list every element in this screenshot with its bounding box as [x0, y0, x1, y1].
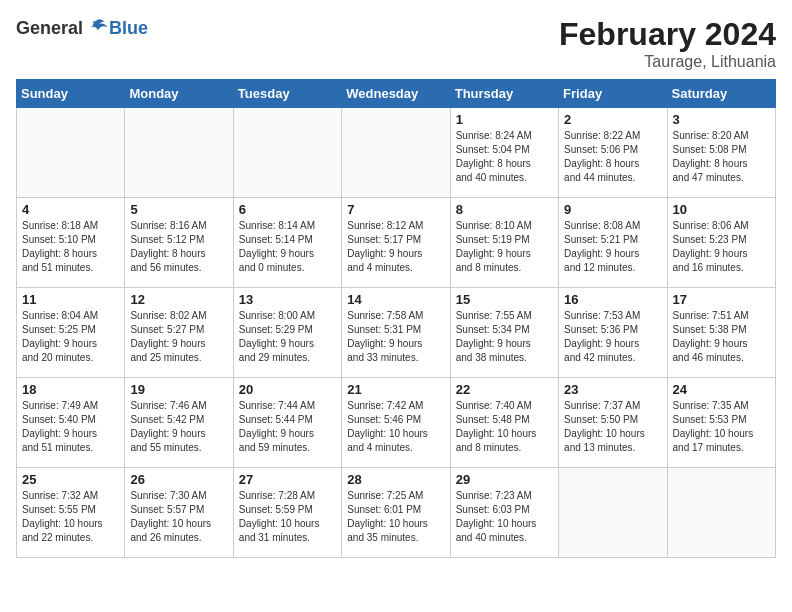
calendar-week-1: 1Sunrise: 8:24 AM Sunset: 5:04 PM Daylig… — [17, 108, 776, 198]
day-number: 9 — [564, 202, 661, 217]
calendar-cell: 27Sunrise: 7:28 AM Sunset: 5:59 PM Dayli… — [233, 468, 341, 558]
day-number: 8 — [456, 202, 553, 217]
calendar-cell: 3Sunrise: 8:20 AM Sunset: 5:08 PM Daylig… — [667, 108, 775, 198]
day-info: Sunrise: 7:32 AM Sunset: 5:55 PM Dayligh… — [22, 489, 119, 545]
day-number: 14 — [347, 292, 444, 307]
day-number: 15 — [456, 292, 553, 307]
day-info: Sunrise: 7:44 AM Sunset: 5:44 PM Dayligh… — [239, 399, 336, 455]
calendar-cell: 8Sunrise: 8:10 AM Sunset: 5:19 PM Daylig… — [450, 198, 558, 288]
calendar-cell: 17Sunrise: 7:51 AM Sunset: 5:38 PM Dayli… — [667, 288, 775, 378]
day-number: 25 — [22, 472, 119, 487]
calendar-week-5: 25Sunrise: 7:32 AM Sunset: 5:55 PM Dayli… — [17, 468, 776, 558]
day-number: 6 — [239, 202, 336, 217]
day-info: Sunrise: 8:12 AM Sunset: 5:17 PM Dayligh… — [347, 219, 444, 275]
day-info: Sunrise: 8:20 AM Sunset: 5:08 PM Dayligh… — [673, 129, 770, 185]
calendar-cell: 6Sunrise: 8:14 AM Sunset: 5:14 PM Daylig… — [233, 198, 341, 288]
logo: General Blue — [16, 16, 148, 40]
weekday-header-wednesday: Wednesday — [342, 80, 450, 108]
calendar-week-3: 11Sunrise: 8:04 AM Sunset: 5:25 PM Dayli… — [17, 288, 776, 378]
calendar-cell — [342, 108, 450, 198]
day-info: Sunrise: 8:00 AM Sunset: 5:29 PM Dayligh… — [239, 309, 336, 365]
month-title: February 2024 — [559, 16, 776, 53]
day-number: 24 — [673, 382, 770, 397]
calendar-cell: 20Sunrise: 7:44 AM Sunset: 5:44 PM Dayli… — [233, 378, 341, 468]
day-number: 20 — [239, 382, 336, 397]
title-block: February 2024 Taurage, Lithuania — [559, 16, 776, 71]
calendar-cell — [233, 108, 341, 198]
day-info: Sunrise: 8:04 AM Sunset: 5:25 PM Dayligh… — [22, 309, 119, 365]
page-header: General Blue February 2024 Taurage, Lith… — [16, 16, 776, 71]
calendar-cell — [559, 468, 667, 558]
day-info: Sunrise: 8:24 AM Sunset: 5:04 PM Dayligh… — [456, 129, 553, 185]
day-info: Sunrise: 7:28 AM Sunset: 5:59 PM Dayligh… — [239, 489, 336, 545]
day-number: 23 — [564, 382, 661, 397]
day-number: 29 — [456, 472, 553, 487]
calendar-table: SundayMondayTuesdayWednesdayThursdayFrid… — [16, 79, 776, 558]
day-info: Sunrise: 7:58 AM Sunset: 5:31 PM Dayligh… — [347, 309, 444, 365]
day-info: Sunrise: 8:16 AM Sunset: 5:12 PM Dayligh… — [130, 219, 227, 275]
day-info: Sunrise: 7:42 AM Sunset: 5:46 PM Dayligh… — [347, 399, 444, 455]
day-number: 19 — [130, 382, 227, 397]
logo-general-text: General — [16, 18, 83, 39]
day-number: 12 — [130, 292, 227, 307]
day-info: Sunrise: 7:55 AM Sunset: 5:34 PM Dayligh… — [456, 309, 553, 365]
calendar-cell: 21Sunrise: 7:42 AM Sunset: 5:46 PM Dayli… — [342, 378, 450, 468]
weekday-header-sunday: Sunday — [17, 80, 125, 108]
calendar-cell: 12Sunrise: 8:02 AM Sunset: 5:27 PM Dayli… — [125, 288, 233, 378]
calendar-cell: 23Sunrise: 7:37 AM Sunset: 5:50 PM Dayli… — [559, 378, 667, 468]
calendar-cell: 10Sunrise: 8:06 AM Sunset: 5:23 PM Dayli… — [667, 198, 775, 288]
day-info: Sunrise: 7:30 AM Sunset: 5:57 PM Dayligh… — [130, 489, 227, 545]
logo-blue-text: Blue — [109, 18, 148, 39]
weekday-header-tuesday: Tuesday — [233, 80, 341, 108]
day-info: Sunrise: 8:06 AM Sunset: 5:23 PM Dayligh… — [673, 219, 770, 275]
calendar-cell: 7Sunrise: 8:12 AM Sunset: 5:17 PM Daylig… — [342, 198, 450, 288]
day-number: 3 — [673, 112, 770, 127]
calendar-cell: 19Sunrise: 7:46 AM Sunset: 5:42 PM Dayli… — [125, 378, 233, 468]
calendar-cell: 13Sunrise: 8:00 AM Sunset: 5:29 PM Dayli… — [233, 288, 341, 378]
day-info: Sunrise: 8:08 AM Sunset: 5:21 PM Dayligh… — [564, 219, 661, 275]
day-info: Sunrise: 7:49 AM Sunset: 5:40 PM Dayligh… — [22, 399, 119, 455]
day-number: 26 — [130, 472, 227, 487]
day-info: Sunrise: 7:46 AM Sunset: 5:42 PM Dayligh… — [130, 399, 227, 455]
day-number: 7 — [347, 202, 444, 217]
day-info: Sunrise: 8:10 AM Sunset: 5:19 PM Dayligh… — [456, 219, 553, 275]
day-number: 11 — [22, 292, 119, 307]
day-number: 28 — [347, 472, 444, 487]
calendar-cell: 18Sunrise: 7:49 AM Sunset: 5:40 PM Dayli… — [17, 378, 125, 468]
calendar-cell: 28Sunrise: 7:25 AM Sunset: 6:01 PM Dayli… — [342, 468, 450, 558]
calendar-week-4: 18Sunrise: 7:49 AM Sunset: 5:40 PM Dayli… — [17, 378, 776, 468]
calendar-cell: 14Sunrise: 7:58 AM Sunset: 5:31 PM Dayli… — [342, 288, 450, 378]
calendar-cell: 26Sunrise: 7:30 AM Sunset: 5:57 PM Dayli… — [125, 468, 233, 558]
calendar-cell — [667, 468, 775, 558]
calendar-cell: 25Sunrise: 7:32 AM Sunset: 5:55 PM Dayli… — [17, 468, 125, 558]
day-number: 18 — [22, 382, 119, 397]
day-info: Sunrise: 8:18 AM Sunset: 5:10 PM Dayligh… — [22, 219, 119, 275]
calendar-cell: 11Sunrise: 8:04 AM Sunset: 5:25 PM Dayli… — [17, 288, 125, 378]
day-number: 4 — [22, 202, 119, 217]
calendar-cell: 5Sunrise: 8:16 AM Sunset: 5:12 PM Daylig… — [125, 198, 233, 288]
day-number: 1 — [456, 112, 553, 127]
day-info: Sunrise: 8:22 AM Sunset: 5:06 PM Dayligh… — [564, 129, 661, 185]
day-info: Sunrise: 7:53 AM Sunset: 5:36 PM Dayligh… — [564, 309, 661, 365]
calendar-cell — [17, 108, 125, 198]
day-info: Sunrise: 7:35 AM Sunset: 5:53 PM Dayligh… — [673, 399, 770, 455]
day-info: Sunrise: 7:37 AM Sunset: 5:50 PM Dayligh… — [564, 399, 661, 455]
logo-bird-icon — [85, 16, 109, 40]
day-info: Sunrise: 7:51 AM Sunset: 5:38 PM Dayligh… — [673, 309, 770, 365]
calendar-cell: 24Sunrise: 7:35 AM Sunset: 5:53 PM Dayli… — [667, 378, 775, 468]
day-number: 2 — [564, 112, 661, 127]
calendar-cell: 16Sunrise: 7:53 AM Sunset: 5:36 PM Dayli… — [559, 288, 667, 378]
calendar-cell — [125, 108, 233, 198]
weekday-header-row: SundayMondayTuesdayWednesdayThursdayFrid… — [17, 80, 776, 108]
day-info: Sunrise: 7:40 AM Sunset: 5:48 PM Dayligh… — [456, 399, 553, 455]
calendar-cell: 9Sunrise: 8:08 AM Sunset: 5:21 PM Daylig… — [559, 198, 667, 288]
calendar-cell: 2Sunrise: 8:22 AM Sunset: 5:06 PM Daylig… — [559, 108, 667, 198]
location-subtitle: Taurage, Lithuania — [559, 53, 776, 71]
calendar-cell: 29Sunrise: 7:23 AM Sunset: 6:03 PM Dayli… — [450, 468, 558, 558]
day-number: 22 — [456, 382, 553, 397]
day-number: 5 — [130, 202, 227, 217]
calendar-cell: 1Sunrise: 8:24 AM Sunset: 5:04 PM Daylig… — [450, 108, 558, 198]
day-number: 16 — [564, 292, 661, 307]
day-number: 27 — [239, 472, 336, 487]
calendar-week-2: 4Sunrise: 8:18 AM Sunset: 5:10 PM Daylig… — [17, 198, 776, 288]
